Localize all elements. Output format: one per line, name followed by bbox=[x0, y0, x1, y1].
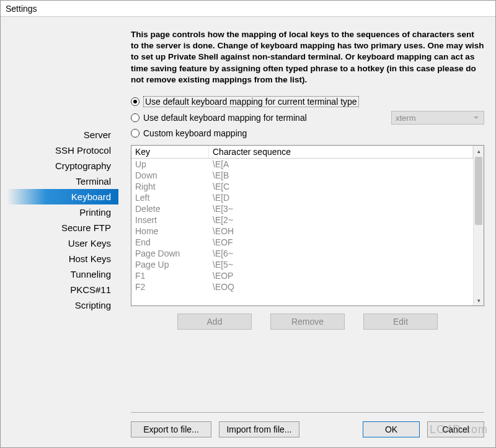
table-row[interactable]: Page Down\E[6~ bbox=[131, 248, 473, 259]
sidebar-item-label: Server bbox=[84, 130, 111, 140]
sidebar-item-label: User Keys bbox=[68, 238, 111, 248]
sidebar-item-user-keys[interactable]: User Keys bbox=[7, 235, 118, 251]
cell-key: Down bbox=[131, 170, 209, 181]
scrollbar-vertical[interactable]: ▴ ▾ bbox=[473, 146, 484, 305]
sidebar-item-label: Tunneling bbox=[71, 269, 111, 279]
remove-button[interactable]: Remove bbox=[270, 314, 345, 330]
table-row[interactable]: Insert\E[2~ bbox=[131, 214, 473, 226]
add-button[interactable]: Add bbox=[177, 314, 252, 330]
window-body: Server SSH Protocol Cryptography Termina… bbox=[1, 17, 495, 447]
cell-seq: \E[6~ bbox=[209, 248, 473, 259]
radio-icon bbox=[131, 129, 140, 138]
sidebar-item-printing[interactable]: Printing bbox=[7, 204, 118, 220]
cell-key: End bbox=[131, 237, 209, 248]
terminal-combo-value: xterm bbox=[396, 113, 416, 123]
radio-label: Use default keyboard mapping for termina… bbox=[143, 113, 307, 123]
sidebar-item-ssh-protocol[interactable]: SSH Protocol bbox=[7, 143, 118, 158]
sidebar-item-tunneling[interactable]: Tunneling bbox=[7, 266, 118, 282]
table-row[interactable]: Left\E[D bbox=[131, 192, 473, 203]
radio-default-current-terminal[interactable]: Use default keyboard mapping for current… bbox=[131, 96, 484, 107]
table-row[interactable]: Delete\E[3~ bbox=[131, 203, 473, 214]
cell-seq: \E[5~ bbox=[209, 259, 473, 270]
table-header: Key Character sequence bbox=[131, 146, 473, 159]
sidebar-item-label: Secure FTP bbox=[61, 222, 111, 233]
titlebar[interactable]: Settings bbox=[1, 1, 495, 17]
terminal-combo[interactable]: xterm bbox=[391, 111, 484, 125]
sidebar-item-label: Cryptography bbox=[55, 160, 111, 171]
sidebar-item-server[interactable]: Server bbox=[7, 127, 118, 143]
cancel-button[interactable]: Cancel bbox=[427, 421, 484, 437]
cell-key: Delete bbox=[131, 203, 209, 214]
footer: Export to file... Import from file... OK… bbox=[131, 412, 484, 441]
button-label: Remove bbox=[291, 317, 324, 327]
scroll-down-icon[interactable]: ▾ bbox=[474, 295, 484, 305]
mapping-table: Key Character sequence Up\E[ADown\E[BRig… bbox=[131, 145, 484, 306]
page-description: This page controls how the mapping of lo… bbox=[131, 29, 484, 86]
window-title: Settings bbox=[6, 4, 37, 14]
button-label: Import from file... bbox=[226, 424, 291, 434]
sidebar-item-label: Terminal bbox=[76, 176, 111, 187]
table-row[interactable]: Right\E[C bbox=[131, 181, 473, 192]
cell-seq: \E[3~ bbox=[209, 203, 473, 214]
cell-seq: \EOH bbox=[209, 226, 473, 237]
cell-key: Page Up bbox=[131, 259, 209, 270]
table-body: Up\E[ADown\E[BRight\E[CLeft\E[DDelete\E[… bbox=[131, 159, 473, 292]
cell-key: Insert bbox=[131, 214, 209, 226]
cell-seq: \EOF bbox=[209, 237, 473, 248]
scroll-up-icon[interactable]: ▴ bbox=[474, 146, 484, 156]
cell-key: Page Down bbox=[131, 248, 209, 259]
edit-button[interactable]: Edit bbox=[363, 314, 438, 330]
table-row[interactable]: Up\E[A bbox=[131, 159, 473, 170]
table-row[interactable]: Page Up\E[5~ bbox=[131, 259, 473, 270]
button-label: OK bbox=[385, 424, 397, 434]
settings-window: Settings Server SSH Protocol Cryptograph… bbox=[0, 0, 496, 448]
cell-seq: \E[B bbox=[209, 170, 473, 181]
button-label: Export to file... bbox=[143, 424, 198, 434]
table-row[interactable]: End\EOF bbox=[131, 237, 473, 248]
sidebar-item-label: PKCS#11 bbox=[70, 284, 111, 295]
sidebar-item-label: Host Keys bbox=[69, 253, 111, 264]
sidebar-item-cryptography[interactable]: Cryptography bbox=[7, 158, 118, 173]
sidebar-item-pkcs11[interactable]: PKCS#11 bbox=[7, 282, 118, 297]
radio-icon bbox=[131, 113, 140, 122]
scroll-thumb[interactable] bbox=[475, 157, 482, 225]
col-sequence[interactable]: Character sequence bbox=[209, 146, 473, 158]
table-row[interactable]: Home\EOH bbox=[131, 226, 473, 237]
table-inner: Key Character sequence Up\E[ADown\E[BRig… bbox=[131, 146, 473, 305]
import-button[interactable]: Import from file... bbox=[219, 421, 299, 437]
sidebar-item-secure-ftp[interactable]: Secure FTP bbox=[7, 220, 118, 235]
table-button-row: Add Remove Edit bbox=[131, 314, 484, 330]
cell-seq: \E[2~ bbox=[209, 214, 473, 226]
sidebar-item-keyboard[interactable]: Keyboard bbox=[7, 189, 118, 204]
cell-key: Left bbox=[131, 192, 209, 203]
cell-key: Right bbox=[131, 181, 209, 192]
ok-button[interactable]: OK bbox=[363, 421, 420, 437]
button-label: Cancel bbox=[442, 424, 469, 434]
radio-default-for-terminal[interactable]: Use default keyboard mapping for termina… bbox=[131, 111, 484, 125]
cell-seq: \EOQ bbox=[209, 281, 473, 292]
radio-icon bbox=[131, 97, 140, 106]
col-key[interactable]: Key bbox=[131, 146, 209, 158]
cell-seq: \E[C bbox=[209, 181, 473, 192]
table-row[interactable]: F2\EOQ bbox=[131, 281, 473, 292]
sidebar-item-label: Printing bbox=[79, 207, 111, 217]
cell-seq: \E[D bbox=[209, 192, 473, 203]
sidebar-item-host-keys[interactable]: Host Keys bbox=[7, 251, 118, 266]
cell-key: Home bbox=[131, 226, 209, 237]
cell-key: F1 bbox=[131, 270, 209, 281]
sidebar-item-label: Keyboard bbox=[71, 191, 111, 202]
cell-key: F2 bbox=[131, 281, 209, 292]
sidebar-item-label: Scripting bbox=[75, 300, 111, 310]
table-row[interactable]: F1\EOP bbox=[131, 270, 473, 281]
cell-seq: \E[A bbox=[209, 159, 473, 170]
export-button[interactable]: Export to file... bbox=[131, 421, 211, 437]
sidebar-item-terminal[interactable]: Terminal bbox=[7, 173, 118, 189]
button-label: Edit bbox=[393, 317, 408, 327]
sidebar-item-scripting[interactable]: Scripting bbox=[7, 297, 118, 313]
table-row[interactable]: Down\E[B bbox=[131, 170, 473, 181]
cell-seq: \EOP bbox=[209, 270, 473, 281]
radio-label: Use default keyboard mapping for current… bbox=[143, 96, 359, 107]
radio-custom-mapping[interactable]: Custom keyboard mapping bbox=[131, 128, 484, 138]
sidebar-item-label: SSH Protocol bbox=[55, 145, 111, 156]
main-panel: This page controls how the mapping of lo… bbox=[118, 23, 489, 441]
